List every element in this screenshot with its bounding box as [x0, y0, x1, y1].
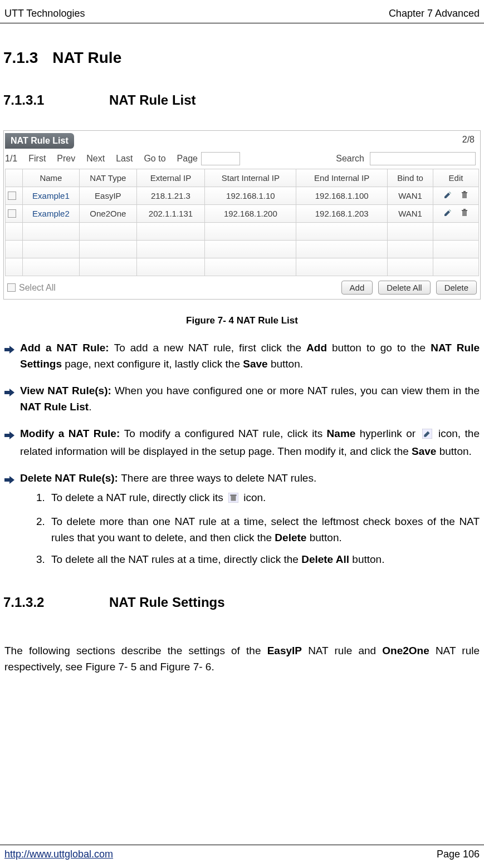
nat-rule-table: Name NAT Type External IP Start Internal…: [5, 169, 479, 276]
bullet-lead: View NAT Rule(s):: [20, 385, 115, 396]
table-footer: Select All Add Delete All Delete: [4, 276, 480, 299]
trash-icon: [228, 491, 238, 507]
pager-first[interactable]: First: [28, 154, 46, 164]
delete-button[interactable]: Delete: [436, 281, 477, 295]
add-button[interactable]: Add: [341, 281, 373, 295]
pager-last[interactable]: Last: [116, 154, 133, 164]
section-number: 7.1.3: [3, 49, 38, 67]
arrow-icon: [4, 340, 20, 372]
svg-rect-13: [4, 478, 9, 482]
pencil-icon[interactable]: [443, 208, 452, 219]
doc-vendor: UTT Technologies: [4, 8, 85, 19]
section-heading: 7.1.3NAT Rule: [3, 49, 481, 67]
subsection-number: 7.1.3.2: [3, 595, 109, 610]
col-bind-to: Bind to: [388, 169, 433, 187]
page-position: 1/1: [5, 154, 17, 164]
svg-rect-17: [230, 494, 236, 496]
list-item: To delete more than one NAT rule at a ti…: [48, 512, 480, 551]
svg-marker-14: [9, 476, 14, 484]
subsection-title: NAT Rule List: [109, 92, 196, 107]
search-input[interactable]: [370, 152, 476, 165]
bullet-delete: Delete NAT Rule(s): There are three ways…: [4, 470, 480, 572]
svg-marker-9: [9, 389, 14, 396]
select-all-label: Select All: [19, 283, 56, 293]
svg-rect-1: [462, 192, 467, 193]
footer-url[interactable]: http://www.uttglobal.com: [4, 849, 113, 860]
pager-bar: 1/1 First Prev Next Last Go to Page Sear…: [4, 149, 480, 169]
col-nat-type: NAT Type: [80, 169, 136, 187]
svg-rect-4: [462, 210, 467, 211]
rule-name-link[interactable]: Example2: [32, 209, 70, 218]
subsection-number: 7.1.3.1: [3, 92, 109, 108]
subsection-heading-settings: 7.1.3.2NAT Rule Settings: [3, 595, 481, 610]
svg-rect-0: [462, 193, 467, 198]
: The following sections describe the sett…: [3, 632, 481, 675]
svg-rect-8: [4, 391, 9, 394]
pencil-icon: [422, 427, 432, 443]
arrow-icon: [4, 470, 20, 572]
col-external-ip: External IP: [136, 169, 205, 187]
trash-icon[interactable]: [460, 190, 469, 201]
page-footer: http://www.uttglobal.com Page 106: [0, 845, 484, 860]
bullet-lead: Add a NAT Rule:: [20, 342, 114, 354]
bullet-view: View NAT Rule(s): When you have configur…: [4, 382, 480, 415]
cell-ext: 202.1.1.131: [136, 205, 205, 223]
svg-rect-6: [4, 348, 9, 351]
svg-rect-16: [231, 496, 236, 501]
search-label: Search: [336, 154, 364, 164]
row-select-checkbox[interactable]: [8, 209, 16, 218]
cell-end: 192.168.1.203: [296, 205, 388, 223]
trash-icon[interactable]: [460, 208, 469, 219]
pager-prev[interactable]: Prev: [57, 154, 75, 164]
page-label: Page: [177, 154, 198, 164]
delete-all-button[interactable]: Delete All: [378, 281, 430, 295]
table-header-row: Name NAT Type External IP Start Internal…: [6, 169, 479, 187]
goto-page-input[interactable]: [201, 152, 240, 165]
table-row-empty: [6, 258, 479, 276]
cell-bind: WAN1: [388, 205, 433, 223]
svg-marker-11: [9, 431, 14, 439]
page-number: Page 106: [437, 849, 480, 860]
svg-rect-2: [463, 191, 466, 192]
arrow-icon: [4, 425, 20, 460]
list-item: To delete all the NAT rules at a time, d…: [48, 550, 480, 572]
col-end-ip: End Internal IP: [296, 169, 388, 187]
table-row-empty: [6, 223, 479, 241]
cell-start: 192.168.1.10: [205, 187, 296, 205]
select-all-checkbox[interactable]: [7, 283, 16, 292]
col-name: Name: [22, 169, 79, 187]
goto-label: Go to: [144, 154, 165, 164]
bullet-add: Add a NAT Rule: To add a new NAT rule, f…: [4, 340, 480, 372]
col-edit: Edit: [433, 169, 479, 187]
bullet-lead: Delete NAT Rule(s):: [20, 472, 121, 484]
bullet-modify: Modify a NAT Rule: To modify a configure…: [4, 425, 480, 460]
cell-type: One2One: [80, 205, 136, 223]
table-row: Example1 EasyIP 218.1.21.3 192.168.1.10 …: [6, 187, 479, 205]
cell-ext: 218.1.21.3: [136, 187, 205, 205]
nat-rule-list-screenshot: NAT Rule List 2/8 1/1 First Prev Next La…: [3, 130, 481, 300]
delete-steps: To delete a NAT rule, directly click its…: [20, 488, 480, 572]
cell-start: 192.168.1.200: [205, 205, 296, 223]
subsection-title: NAT Rule Settings: [109, 595, 225, 610]
svg-marker-7: [9, 346, 14, 354]
rule-name-link[interactable]: Example1: [32, 191, 70, 200]
bullet-lead: Modify a NAT Rule:: [20, 428, 124, 439]
col-start-ip: Start Internal IP: [205, 169, 296, 187]
pager-next[interactable]: Next: [86, 154, 105, 164]
panel-title: NAT Rule List: [5, 133, 74, 149]
record-count: 2/8: [462, 135, 480, 145]
pencil-icon[interactable]: [443, 190, 452, 201]
row-select-checkbox[interactable]: [8, 192, 16, 200]
arrow-icon: [4, 382, 20, 415]
svg-rect-3: [462, 211, 467, 216]
cell-type: EasyIP: [80, 187, 136, 205]
section-title: NAT Rule: [52, 49, 121, 66]
figure-caption: Figure 7- 4 NAT Rule List: [3, 315, 481, 326]
cell-end: 192.168.1.100: [296, 187, 388, 205]
subsection-heading-list: 7.1.3.1NAT Rule List: [3, 92, 481, 108]
table-row-empty: [6, 241, 479, 258]
list-item: To delete a NAT rule, directly click its…: [48, 488, 480, 512]
svg-rect-5: [463, 209, 466, 210]
cell-bind: WAN1: [388, 187, 433, 205]
page-header: UTT Technologies Chapter 7 Advanced: [0, 8, 484, 23]
